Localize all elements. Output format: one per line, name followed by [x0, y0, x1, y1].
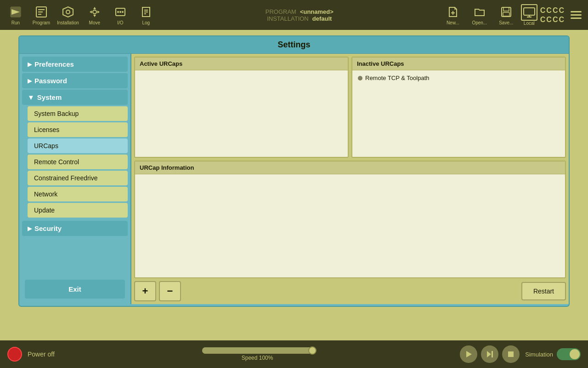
- cccc-top: CCCC: [540, 6, 565, 15]
- inactive-urcap-label-0: Remote TCP & Toolpath: [365, 75, 429, 81]
- io-icon: [113, 5, 128, 19]
- settings-body: ▶ Preferences ▶ Password ▼ System System…: [19, 54, 569, 304]
- svg-rect-22: [508, 351, 514, 357]
- new-file-icon: [446, 5, 460, 19]
- file-new-label: New...: [447, 20, 459, 25]
- remove-urcap-button[interactable]: −: [159, 281, 181, 301]
- urcap-info-panel: URCap Information: [134, 161, 566, 278]
- svg-point-10: [122, 11, 124, 13]
- program-value: <unnamed>: [300, 8, 334, 15]
- sidebar-item-system[interactable]: ▼ System: [22, 90, 128, 105]
- move-icon: [87, 5, 102, 19]
- sidebar-sub-system-backup[interactable]: System Backup: [28, 106, 128, 121]
- local-label: Local: [524, 21, 535, 26]
- tab-run-label: Run: [11, 20, 20, 25]
- stop-button[interactable]: [502, 345, 520, 363]
- play-button[interactable]: [460, 345, 477, 363]
- bottom-actions: + − Restart: [134, 281, 566, 301]
- tab-program-label: Program: [33, 20, 50, 25]
- speed-label: Speed 100%: [242, 355, 273, 361]
- settings-panel: Settings ▶ Preferences ▶ Password ▼ Syst…: [18, 35, 570, 307]
- file-open-label: Open...: [472, 20, 487, 25]
- cccc-bottom: CCCC: [540, 15, 565, 24]
- preferences-arrow-icon: ▶: [28, 61, 32, 68]
- svg-rect-16: [524, 8, 535, 15]
- bottombar: Power off Speed 100% Simulation: [0, 340, 588, 368]
- save-file-icon: [499, 5, 514, 19]
- sidebar-sub-network[interactable]: Network: [28, 187, 128, 201]
- tab-move[interactable]: Move: [83, 2, 107, 29]
- sidebar-item-security[interactable]: ▶ Security: [22, 221, 128, 236]
- svg-point-8: [117, 11, 119, 13]
- local-area: Local: [521, 4, 537, 26]
- urcap-dot-icon: [358, 76, 362, 80]
- active-urcaps-panel: Active URCaps: [134, 57, 349, 158]
- sidebar-item-password[interactable]: ▶ Password: [22, 73, 128, 88]
- cccc-display: CCCC CCCC: [540, 6, 565, 23]
- active-urcaps-body: [135, 70, 348, 156]
- log-icon: [139, 5, 153, 19]
- simulation-toggle-knob: [570, 349, 580, 359]
- system-arrow-icon: ▼: [28, 93, 34, 101]
- tab-io-label: I/O: [117, 20, 123, 25]
- password-arrow-icon: ▶: [28, 78, 32, 84]
- active-urcaps-header: Active URCaps: [135, 58, 348, 70]
- restart-button[interactable]: Restart: [521, 282, 566, 300]
- sidebar-urcaps-label: URCaps: [34, 142, 58, 150]
- open-file-icon: [472, 5, 487, 19]
- tab-io[interactable]: I/O: [108, 2, 132, 29]
- sidebar-sub-constrained-freedrive[interactable]: Constrained Freedrive: [28, 171, 128, 185]
- simulation-label: Simulation: [525, 351, 553, 358]
- tab-installation-label: Installation: [57, 20, 79, 25]
- sidebar-sub-urcaps[interactable]: URCaps: [28, 138, 128, 153]
- sidebar-sub-update[interactable]: Update: [28, 203, 128, 218]
- svg-point-5: [66, 10, 70, 14]
- sidebar-sub-remote-control[interactable]: Remote Control: [28, 155, 128, 169]
- inactive-urcaps-header: Inactive URCaps: [352, 58, 565, 70]
- file-new-button[interactable]: New...: [441, 2, 465, 29]
- urcaps-row: Active URCaps Inactive URCaps Remote TCP…: [134, 57, 566, 158]
- tab-run[interactable]: Run: [4, 2, 28, 29]
- step-button[interactable]: [481, 345, 498, 363]
- sidebar-network-label: Network: [34, 190, 57, 198]
- inactive-urcaps-panel: Inactive URCaps Remote TCP & Toolpath: [351, 57, 566, 158]
- sidebar-security-label: Security: [34, 224, 62, 232]
- topbar-right: New... Open... Save... Local CCCC CCCC: [441, 2, 584, 29]
- sidebar-system-backup-label: System Backup: [34, 110, 79, 117]
- installation-icon: [61, 5, 75, 19]
- sidebar-system-label: System: [37, 93, 62, 101]
- file-save-button[interactable]: Save...: [494, 2, 518, 29]
- svg-rect-14: [503, 7, 509, 11]
- add-urcap-button[interactable]: +: [134, 281, 156, 301]
- sidebar: ▶ Preferences ▶ Password ▼ System System…: [19, 54, 131, 304]
- file-open-button[interactable]: Open...: [468, 2, 492, 29]
- inactive-urcap-item-0[interactable]: Remote TCP & Toolpath: [354, 72, 563, 84]
- tab-program[interactable]: Program: [29, 2, 53, 29]
- svg-point-9: [119, 11, 121, 13]
- svg-rect-21: [492, 351, 493, 357]
- security-arrow-icon: ▶: [28, 225, 32, 232]
- exit-button[interactable]: Exit: [25, 280, 125, 299]
- inactive-urcaps-body: Remote TCP & Toolpath: [352, 70, 565, 156]
- sidebar-password-label: Password: [34, 77, 67, 85]
- hamburger-menu[interactable]: [568, 8, 584, 22]
- tab-log-label: Log: [142, 20, 150, 25]
- tab-move-label: Move: [89, 20, 100, 25]
- tab-log[interactable]: Log: [134, 2, 158, 29]
- run-icon: [8, 5, 23, 19]
- playback-controls: [460, 345, 520, 363]
- svg-rect-15: [503, 12, 509, 16]
- urcap-info-header: URCap Information: [135, 161, 565, 174]
- simulation-toggle[interactable]: [557, 348, 581, 360]
- svg-point-6: [93, 10, 96, 14]
- main-area: Settings ▶ Preferences ▶ Password ▼ Syst…: [0, 30, 588, 340]
- sidebar-item-preferences[interactable]: ▶ Preferences: [22, 57, 128, 72]
- svg-marker-20: [487, 351, 491, 357]
- speed-slider-thumb[interactable]: [308, 346, 317, 355]
- speed-slider-fill: [202, 347, 312, 354]
- tab-installation[interactable]: Installation: [55, 2, 81, 29]
- sidebar-sub-licenses[interactable]: Licenses: [28, 122, 128, 137]
- power-label: Power off: [28, 351, 55, 358]
- power-button[interactable]: [7, 347, 22, 362]
- settings-title: Settings: [19, 36, 569, 54]
